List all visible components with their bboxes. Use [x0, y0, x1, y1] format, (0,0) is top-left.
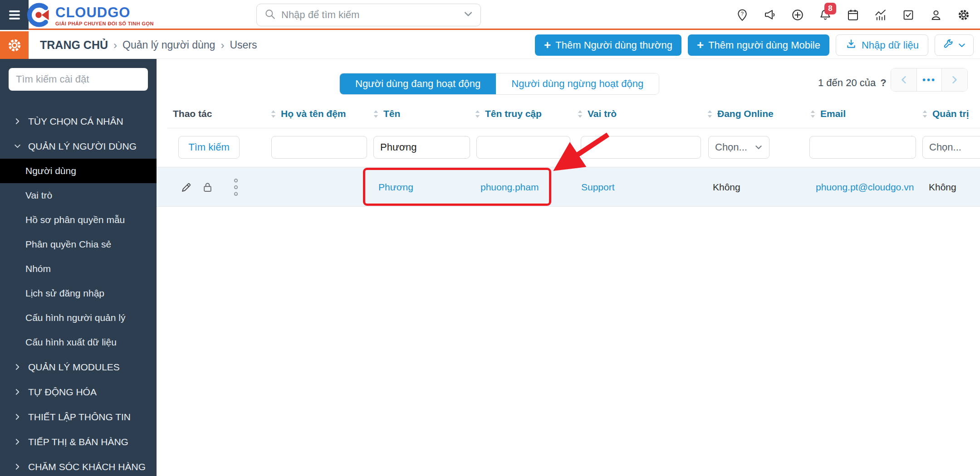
column-header-firstname[interactable]: Tên — [372, 102, 400, 125]
sidebar-section-customer-care[interactable]: CHĂM SÓC KHÁCH HÀNG — [0, 454, 157, 476]
column-header-username[interactable]: Tên truy cập — [474, 102, 542, 125]
page-actions: + Thêm Người dùng thường + Thêm người dù… — [535, 34, 974, 56]
chevron-down-icon — [958, 41, 966, 49]
settings-search-box — [9, 68, 148, 91]
sort-icon — [474, 109, 481, 119]
sidebar-section-automation[interactable]: TỰ ĐỘNG HÓA — [0, 379, 157, 404]
tools-dropdown-button[interactable] — [935, 34, 974, 56]
settings-search-input[interactable] — [9, 68, 148, 91]
global-search-input[interactable] — [281, 9, 458, 21]
filter-online-select[interactable]: Chọn... — [708, 136, 769, 159]
sidebar-item-sharing-access[interactable]: Phân quyền Chia sẻ — [0, 232, 157, 257]
sidebar-section-information-setup[interactable]: THIẾT LẬP THÔNG TIN — [0, 404, 157, 429]
cell-firstname-link[interactable]: Phương — [374, 167, 417, 207]
sidebar-section-user-management[interactable]: QUẢN LÝ NGƯỜI DÙNG — [0, 134, 157, 159]
svg-text:?: ? — [740, 11, 743, 16]
breadcrumb-home[interactable]: TRANG CHỦ — [40, 39, 108, 52]
logo-name: CLOUDGO — [55, 5, 154, 19]
chevron-right-icon — [14, 413, 21, 421]
table-row[interactable]: Phương phuong.pham Support Không phuong.… — [157, 167, 980, 207]
lock-icon[interactable] — [201, 167, 214, 207]
top-bar: CLOUDGO GIẢI PHÁP CHUYỂN ĐỔI SỐ TINH GỌN… — [0, 0, 980, 30]
global-search-box — [256, 4, 481, 26]
cell-role-link[interactable]: Support — [581, 167, 615, 207]
filter-lastname-input[interactable] — [271, 136, 367, 159]
sidebar-item-roles[interactable]: Vai trò — [0, 183, 157, 208]
settings-gear-icon[interactable] — [950, 0, 977, 30]
previous-page-button[interactable] — [891, 68, 916, 91]
column-header-actions: Thao tác — [173, 102, 212, 125]
cloudgo-logo-icon — [26, 3, 51, 29]
sidebar-item-profiles[interactable]: Hồ sơ phân quyền mẫu — [0, 208, 157, 232]
breadcrumb-users[interactable]: Users — [230, 39, 257, 51]
tab-inactive-users[interactable]: Người dùng ngừng hoạt động — [496, 73, 659, 94]
filter-search-button[interactable]: Tìm kiếm — [178, 136, 240, 159]
total-count-help[interactable]: ? — [880, 77, 886, 89]
sidebar-item-groups[interactable]: Nhóm — [0, 257, 157, 281]
settings-module-gear-icon — [0, 31, 29, 59]
chevron-right-icon — [14, 438, 21, 446]
pagination-range: 1 đến 20 của ? — [818, 77, 887, 89]
chevron-right-icon — [14, 463, 21, 471]
add-normal-user-button[interactable]: + Thêm Người dùng thường — [535, 34, 681, 56]
cell-online: Không — [713, 167, 740, 207]
megaphone-icon[interactable] — [756, 0, 784, 30]
sort-icon — [372, 109, 379, 119]
add-circle-icon[interactable] — [784, 0, 811, 30]
sidebar-item-manager-config[interactable]: Cấu hình người quản lý — [0, 306, 157, 330]
reports-chart-icon[interactable] — [867, 0, 894, 30]
import-data-button[interactable]: Nhập dữ liệu — [836, 34, 928, 56]
plus-icon: + — [697, 39, 704, 51]
sidebar-section-personal-options[interactable]: TÙY CHỌN CÁ NHÂN — [0, 109, 157, 134]
sidebar-section-module-management[interactable]: QUẢN LÝ MODULES — [0, 355, 157, 379]
filter-role-input[interactable] — [581, 136, 701, 159]
plus-icon: + — [544, 39, 551, 51]
column-header-role[interactable]: Vai trò — [577, 102, 617, 125]
import-download-icon — [845, 38, 857, 53]
next-page-button[interactable] — [942, 68, 967, 91]
chevron-right-icon — [950, 75, 960, 85]
calendar-icon[interactable] — [839, 0, 867, 30]
search-scope-chevron-icon[interactable] — [463, 9, 473, 21]
location-pin-help-icon[interactable]: ? — [728, 0, 756, 30]
breadcrumb-user-management[interactable]: Quản lý người dùng — [122, 39, 215, 51]
notification-badge: 8 — [824, 3, 836, 15]
filter-admin-select[interactable]: Chọn... — [922, 136, 980, 159]
chevron-down-icon — [755, 143, 763, 151]
sidebar-section-marketing-sales[interactable]: TIẾP THỊ & BÁN HÀNG — [0, 429, 157, 454]
column-header-lastname[interactable]: Họ và tên đệm — [270, 102, 346, 125]
cell-username-link[interactable]: phuong.pham — [480, 167, 542, 207]
tasks-check-icon[interactable] — [894, 0, 922, 30]
filter-username-input[interactable] — [476, 136, 570, 159]
edit-pencil-icon[interactable] — [180, 167, 192, 207]
filter-firstname-input[interactable] — [373, 136, 470, 159]
user-profile-icon[interactable] — [922, 0, 950, 30]
cell-admin: Không — [929, 167, 956, 207]
app-logo[interactable]: CLOUDGO GIẢI PHÁP CHUYỂN ĐỔI SỐ TINH GỌN — [26, 3, 154, 29]
hamburger-icon — [8, 9, 21, 21]
sidebar-item-export-config[interactable]: Cấu hình xuất dữ liệu — [0, 330, 157, 355]
search-icon — [264, 8, 276, 22]
logo-tagline: GIẢI PHÁP CHUYỂN ĐỔI SỐ TINH GỌN — [55, 21, 154, 26]
breadcrumb-separator: › — [220, 39, 224, 52]
settings-menu: TÙY CHỌN CÁ NHÂN QUẢN LÝ NGƯỜI DÙNG Ngườ… — [0, 109, 157, 476]
page-ellipsis-button[interactable]: ••• — [916, 68, 942, 91]
add-mobile-user-button[interactable]: + Thêm người dùng Mobile — [688, 34, 829, 56]
sort-icon — [270, 109, 277, 119]
sort-icon — [809, 109, 816, 119]
hamburger-menu-button[interactable] — [0, 0, 29, 30]
tab-active-users[interactable]: Người dùng đang hoạt động — [340, 73, 496, 94]
chevron-left-icon — [899, 75, 909, 85]
cell-email-link[interactable]: phuong.pt@cloudgo.vn — [816, 167, 914, 207]
sidebar-item-login-history[interactable]: Lịch sử đăng nhập — [0, 281, 157, 306]
sidebar-item-users[interactable]: Người dùng — [0, 159, 157, 183]
sort-icon — [577, 109, 583, 119]
column-header-admin[interactable]: Quản trị — [921, 102, 969, 125]
notifications-bell-icon[interactable]: 8 — [811, 0, 839, 30]
filter-email-input[interactable] — [809, 136, 916, 159]
settings-sidebar: TÙY CHỌN CÁ NHÂN QUẢN LÝ NGƯỜI DÙNG Ngườ… — [0, 59, 157, 476]
column-header-email[interactable]: Email — [809, 102, 846, 125]
more-options-dots-icon[interactable] — [233, 167, 239, 207]
breadcrumb-bar: TRANG CHỦ › Quản lý người dùng › Users +… — [0, 31, 980, 59]
column-header-online[interactable]: Đang Online — [706, 102, 774, 125]
